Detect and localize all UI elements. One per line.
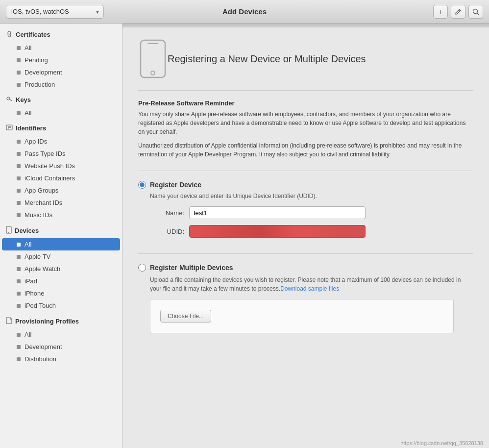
bullet-icon [17, 176, 21, 180]
register-multiple-radio[interactable] [138, 264, 146, 272]
sidebar-item-cert-all[interactable]: All [2, 42, 120, 54]
bullet-icon [17, 345, 21, 349]
sidebar-item-devices-all[interactable]: All [2, 238, 120, 250]
sidebar-section-header-keys[interactable]: Keys [0, 93, 122, 107]
sidebar-item-label: Merchant IDs [24, 199, 62, 206]
udid-input[interactable] [189, 225, 366, 238]
sidebar-item-app-groups[interactable]: App Groups [2, 184, 120, 197]
page-title: Add Devices [222, 7, 267, 16]
sidebar-item-appletv[interactable]: Apple TV [2, 250, 120, 263]
svg-line-1 [477, 13, 479, 15]
sidebar-item-label: Apple Watch [24, 265, 60, 273]
sidebar-section-header-identifiers[interactable]: Identifiers [0, 121, 122, 135]
sidebar-item-music-ids[interactable]: Music IDs [2, 209, 120, 221]
sidebar-section-keys: Keys All [0, 93, 122, 119]
bullet-icon [17, 201, 21, 205]
register-multiple-description: Upload a file containing the devices you… [150, 275, 473, 293]
edit-button[interactable] [451, 5, 465, 19]
bullet-icon [17, 292, 21, 296]
download-sample-files-link[interactable]: Download sample files [280, 285, 339, 292]
sidebar-item-applewatch[interactable]: Apple Watch [2, 263, 120, 275]
sidebar-section-identifiers: Identifiers App IDs Pass Type IDs Websit… [0, 121, 122, 221]
page-header: Registering a New Device or Multiple Dev… [138, 39, 473, 78]
udid-field-row: UDID: [150, 225, 473, 238]
bullet-icon [17, 213, 21, 217]
top-stripe [122, 24, 489, 27]
register-multiple-section: Register Multiple Devices Upload a file … [138, 253, 473, 343]
sidebar-section-header-provisioning[interactable]: Provisioning Profiles [0, 314, 122, 328]
register-device-radio[interactable] [138, 181, 146, 189]
svg-rect-10 [141, 40, 165, 77]
svg-point-3 [7, 97, 10, 100]
sidebar-item-prov-all[interactable]: All [2, 328, 120, 341]
add-button[interactable]: + [433, 5, 448, 19]
name-input[interactable] [189, 206, 366, 219]
bullet-icon [17, 333, 21, 337]
sidebar-item-iphone[interactable]: iPhone [2, 287, 120, 299]
sidebar-item-passtype-ids[interactable]: Pass Type IDs [2, 148, 120, 160]
bullet-icon [17, 111, 21, 115]
sidebar-item-label: Pass Type IDs [24, 150, 66, 157]
sidebar-item-label: Pending [24, 56, 48, 64]
sidebar-section-header-devices[interactable]: Devices [0, 223, 122, 238]
udid-field-label: UDID: [150, 228, 184, 235]
sidebar-item-label: Development [24, 343, 62, 350]
top-bar: iOS, tvOS, watchOS macOS tvOS watchOS ▼ … [0, 0, 489, 24]
sidebar-item-label: iPad [24, 277, 37, 285]
content-body: Registering a New Device or Multiple Dev… [122, 27, 489, 438]
sidebar-item-cert-pending[interactable]: Pending [2, 54, 120, 66]
certificates-icon [6, 30, 13, 39]
bullet-icon [17, 279, 21, 283]
svg-point-0 [473, 9, 478, 13]
sidebar-item-ipad[interactable]: iPad [2, 275, 120, 287]
bullet-icon [17, 46, 21, 50]
bullet-icon [17, 304, 21, 308]
register-device-label: Register Device [150, 181, 201, 189]
sidebar-item-prov-distribution[interactable]: Distribution [2, 353, 120, 365]
bullet-icon [17, 255, 21, 259]
sidebar-item-cert-production[interactable]: Production [2, 78, 120, 91]
sidebar-item-label: Distribution [24, 355, 56, 363]
sidebar-item-label: App IDs [24, 138, 47, 145]
sidebar-item-label: All [24, 331, 31, 338]
search-button[interactable] [468, 5, 483, 19]
sidebar-item-cert-development[interactable]: Development [2, 66, 120, 78]
platform-selector[interactable]: iOS, tvOS, watchOS macOS tvOS watchOS ▼ [6, 5, 104, 19]
bullet-icon [17, 267, 21, 271]
sidebar-item-keys-all[interactable]: All [2, 107, 120, 119]
sidebar-item-icloud-containers[interactable]: iCloud Containers [2, 172, 120, 184]
prerelease-paragraph1: You may only share Apple pre-release sof… [138, 110, 473, 136]
sidebar-item-label: All [24, 241, 31, 248]
register-multiple-label: Register Multiple Devices [150, 264, 233, 272]
sidebar-item-websitepush-ids[interactable]: Website Push IDs [2, 160, 120, 172]
sidebar-certificates-label: Certificates [16, 31, 50, 38]
sidebar-item-label: Development [24, 69, 62, 76]
file-upload-area: Choose File... [150, 299, 454, 333]
sidebar-item-label: All [24, 44, 31, 51]
bullet-icon [17, 58, 21, 62]
svg-point-11 [151, 71, 155, 75]
prerelease-paragraph2: Unauthorized distribution of Apple confi… [138, 141, 473, 159]
sidebar-section-header-certificates[interactable]: Certificates [0, 27, 122, 42]
sidebar-section-devices: Devices All Apple TV Apple Watch iPad iP… [0, 223, 122, 312]
sidebar-devices-label: Devices [15, 227, 39, 234]
phone-illustration [138, 39, 168, 78]
bullet-icon [17, 71, 21, 75]
sidebar-item-prov-development[interactable]: Development [2, 341, 120, 353]
content-page-title: Registering a New Device or Multiple Dev… [168, 53, 366, 65]
sidebar-item-app-ids[interactable]: App IDs [2, 135, 120, 148]
main-layout: Certificates All Pending Development Pro… [0, 24, 489, 448]
sidebar-item-ipodtouch[interactable]: iPod Touch [2, 299, 120, 312]
register-device-section: Register Device Name your device and ent… [138, 171, 473, 253]
sidebar-identifiers-label: Identifiers [16, 124, 46, 132]
name-field-label: Name: [150, 209, 184, 217]
choose-file-button[interactable]: Choose File... [160, 310, 211, 323]
bullet-icon [17, 83, 21, 87]
bullet-icon [17, 152, 21, 156]
sidebar-item-label: iPhone [24, 290, 44, 297]
platform-dropdown[interactable]: iOS, tvOS, watchOS macOS tvOS watchOS [6, 5, 104, 19]
register-multiple-header: Register Multiple Devices [138, 264, 473, 272]
sidebar-item-merchant-ids[interactable]: Merchant IDs [2, 197, 120, 209]
bullet-icon [17, 243, 21, 247]
sidebar-item-label: iCloud Containers [24, 174, 75, 182]
